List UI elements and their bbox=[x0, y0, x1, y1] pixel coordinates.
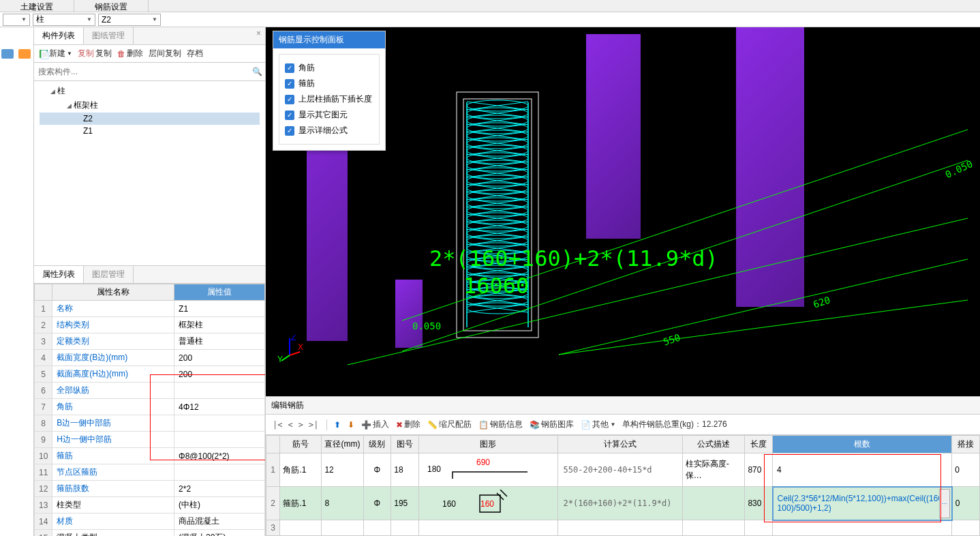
icon-button[interactable]: ⬇ bbox=[348, 420, 354, 430]
checkbox-icon: ✓ bbox=[285, 110, 294, 120]
svg-line-101 bbox=[500, 490, 507, 496]
property-row[interactable]: 4截面宽度(B边)(mm)200 bbox=[35, 350, 265, 366]
view-icon[interactable] bbox=[1, 49, 14, 59]
dropdown-empty[interactable]: ▼ bbox=[3, 14, 30, 26]
grid-label: 550 bbox=[662, 331, 682, 347]
column-3d bbox=[586, 34, 641, 239]
svg-text:X: X bbox=[298, 342, 303, 352]
checkbox-item[interactable]: ✓角筋 bbox=[285, 60, 373, 76]
property-row[interactable]: 5截面高度(H边)(mm)200 bbox=[35, 366, 265, 383]
checkbox-icon: ✓ bbox=[285, 126, 294, 136]
panel-title: 编辑钢筋 bbox=[266, 397, 980, 415]
checkbox-icon: ✓ bbox=[285, 79, 294, 89]
property-row[interactable]: 10箍筋Φ8@100(2*2) bbox=[35, 448, 265, 464]
svg-text:Z: Z bbox=[291, 335, 296, 342]
dropdown-type[interactable]: 柱▼ bbox=[33, 14, 95, 26]
tree-z2[interactable]: Z2 bbox=[40, 113, 260, 125]
property-row[interactable]: 8B边一侧中部筋 bbox=[35, 415, 265, 432]
nav-prev[interactable]: < bbox=[286, 420, 294, 430]
grid-label: 0.050 bbox=[412, 321, 441, 331]
rebar-row[interactable]: 2箍筋.18Φ1951601602*(160+160)+2*(11.9*d)83… bbox=[266, 487, 980, 520]
weight-label: 单构件钢筋总重(kg)：12.276 bbox=[622, 419, 726, 430]
property-table: 属性名称属性值 1名称Z12结构类别框架柱3定额类别普通柱4截面宽度(B边)(m… bbox=[34, 284, 265, 536]
column-3d bbox=[395, 280, 423, 348]
checkbox-item[interactable]: ✓上层柱插筋下插长度 bbox=[285, 91, 373, 107]
grid-label: 620 bbox=[812, 294, 831, 310]
property-row[interactable]: 3定额类别普通柱 bbox=[35, 333, 265, 350]
grid-label: 0.050 bbox=[943, 158, 974, 180]
info-button[interactable]: 📋钢筋信息 bbox=[478, 419, 523, 430]
checkbox-item[interactable]: ✓显示详细公式 bbox=[285, 123, 373, 138]
tab-layer-mgmt[interactable]: 图层管理 bbox=[84, 266, 134, 283]
rebar-cage bbox=[453, 89, 542, 341]
property-row[interactable]: 7角筋4Φ12 bbox=[35, 399, 265, 415]
save-button[interactable]: 存档 bbox=[187, 48, 203, 59]
rebar-row[interactable]: 3 bbox=[266, 520, 980, 536]
3d-viewport[interactable]: 钢筋显示控制面板 ✓角筋✓箍筋✓上层柱插筋下插长度✓显示其它图元✓显示详细公式 … bbox=[266, 27, 980, 396]
search-bar: 🔍 bbox=[34, 63, 265, 81]
checkbox-item[interactable]: ✓显示其它图元 bbox=[285, 107, 373, 123]
view-icon-2[interactable] bbox=[18, 49, 31, 59]
property-row[interactable]: 6全部纵筋 bbox=[35, 383, 265, 399]
property-row[interactable]: 2结构类别框架柱 bbox=[35, 317, 265, 333]
top-tabs: 土建设置 钢筋设置 bbox=[0, 0, 980, 12]
rebar-row[interactable]: 1角筋.112Φ18180690550-20+200-40+15*d柱实际高度-… bbox=[266, 453, 980, 487]
property-row[interactable]: 12箍筋肢数2*2 bbox=[35, 481, 265, 497]
property-row[interactable]: 14材质商品混凝土 bbox=[35, 513, 265, 530]
new-button[interactable]: 📄新建▼ bbox=[40, 48, 72, 59]
checkbox-icon: ✓ bbox=[285, 63, 294, 73]
tab-civil[interactable]: 土建设置 bbox=[0, 0, 74, 12]
tab-rebar[interactable]: 钢筋设置 bbox=[74, 0, 149, 12]
chevron-down-icon: ▼ bbox=[152, 16, 157, 23]
ellipsis-button[interactable]: ⋯ bbox=[939, 489, 950, 518]
edit-rebar-panel: 编辑钢筋 |< < > >| ⬆ ⬇ ➕插入 ✖删除 📏缩尺配筋 📋钢筋信息 📚… bbox=[266, 396, 980, 536]
tab-component-list[interactable]: 构件列表 bbox=[34, 27, 84, 44]
rebar-table: 筋号 直径(mm) 级别 图号 图形 计算公式 公式描述 长度 根数 搭接 1角… bbox=[266, 435, 980, 536]
svg-line-94 bbox=[290, 352, 300, 355]
nav-first[interactable]: |< bbox=[271, 420, 284, 430]
property-row[interactable]: 9H边一侧中部筋 bbox=[35, 432, 265, 448]
count-edit-cell[interactable]: Ceil(2.3*56*12/Min(5*12,100))+max(Ceil((… bbox=[773, 487, 952, 520]
delete-button[interactable]: ✖删除 bbox=[396, 419, 420, 430]
search-icon[interactable]: 🔍 bbox=[252, 67, 262, 76]
tab-attr-list[interactable]: 属性列表 bbox=[34, 266, 84, 283]
other-button[interactable]: 📄其他▼ bbox=[581, 419, 615, 430]
tree-sub[interactable]: ◢框架柱 bbox=[40, 98, 260, 113]
left-toolbar bbox=[0, 27, 34, 536]
property-row[interactable]: 11节点区箍筋 bbox=[35, 464, 265, 481]
close-icon[interactable]: × bbox=[252, 27, 265, 44]
column-3d bbox=[736, 27, 804, 307]
axis-gizmo: Z X Y bbox=[276, 335, 303, 362]
icon-button[interactable]: ⬆ bbox=[334, 420, 341, 430]
svg-line-90 bbox=[348, 218, 968, 365]
component-panel: 构件列表 图纸管理 × 📄新建▼ 复制复制 🗑删除 层间复制 存档 🔍 ◢柱 ◢… bbox=[34, 27, 266, 536]
dropdown-row: ▼ 柱▼ Z2▼ bbox=[0, 12, 980, 27]
property-row[interactable]: 1名称Z1 bbox=[35, 301, 265, 317]
right-area: 钢筋显示控制面板 ✓角筋✓箍筋✓上层柱插筋下插长度✓显示其它图元✓显示详细公式 … bbox=[266, 27, 980, 536]
tree-z1[interactable]: Z1 bbox=[40, 125, 260, 137]
tree-root[interactable]: ◢柱 bbox=[40, 84, 260, 98]
delete-button[interactable]: 🗑删除 bbox=[117, 48, 143, 59]
component-toolbar: 📄新建▼ 复制复制 🗑删除 层间复制 存档 bbox=[34, 45, 265, 63]
property-row[interactable]: 13柱类型(中柱) bbox=[35, 497, 265, 513]
property-panel: 属性列表 图层管理 属性名称属性值 1名称Z12结构类别框架柱3定额类别普通柱4… bbox=[34, 265, 265, 536]
scale-button[interactable]: 📏缩尺配筋 bbox=[427, 419, 472, 430]
dropdown-name[interactable]: Z2▼ bbox=[98, 14, 161, 26]
checkbox-item[interactable]: ✓箍筋 bbox=[285, 76, 373, 91]
floor-copy-button[interactable]: 层间复制 bbox=[149, 48, 181, 59]
search-input[interactable] bbox=[37, 65, 252, 78]
svg-line-92 bbox=[559, 300, 968, 355]
checkbox-icon: ✓ bbox=[285, 95, 294, 104]
copy-button[interactable]: 复制复制 bbox=[78, 48, 112, 59]
nav-last[interactable]: >| bbox=[307, 420, 320, 430]
svg-text:Y: Y bbox=[277, 355, 283, 362]
chevron-down-icon: ▼ bbox=[87, 16, 92, 23]
component-tree: ◢柱 ◢框架柱 Z2 Z1 bbox=[34, 81, 265, 265]
lib-button[interactable]: 📚钢筋图库 bbox=[530, 419, 574, 430]
insert-button[interactable]: ➕插入 bbox=[361, 419, 389, 430]
rebar-display-panel: 钢筋显示控制面板 ✓角筋✓箍筋✓上层柱插筋下插长度✓显示其它图元✓显示详细公式 bbox=[273, 31, 386, 151]
panel-title: 钢筋显示控制面板 bbox=[273, 31, 385, 48]
tab-drawing-mgmt[interactable]: 图纸管理 bbox=[84, 27, 134, 44]
nav-next[interactable]: > bbox=[297, 420, 305, 430]
property-row[interactable]: 15混凝土类型(混凝土20石) bbox=[35, 530, 265, 537]
